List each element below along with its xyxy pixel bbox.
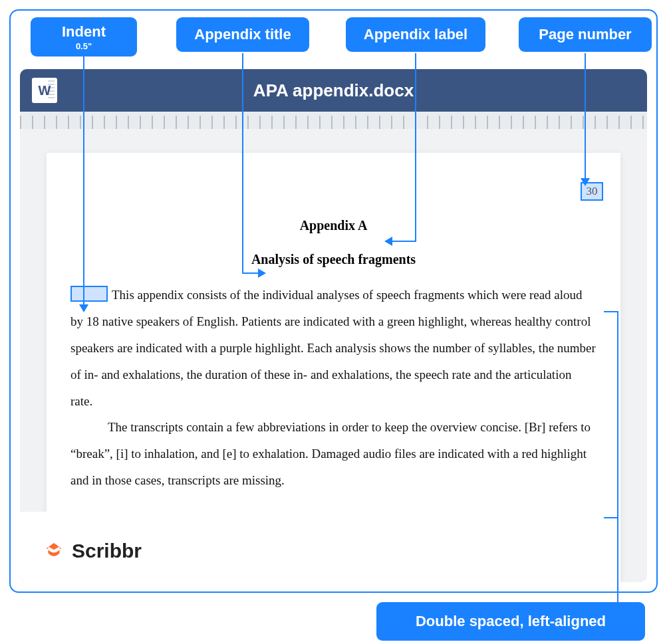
connector-indent: [83, 54, 84, 306]
appendix-body: This appendix consists of the individual…: [70, 282, 597, 494]
brand-name: Scribbr: [72, 540, 142, 562]
word-icon: W: [32, 78, 57, 103]
page-number: 30: [587, 185, 598, 198]
callout-spacing-text: Double spaced, left-aligned: [416, 613, 606, 629]
paragraph-2: The transcripts contain a few abbreviati…: [70, 414, 597, 494]
callout-spacing: Double spaced, left-aligned: [376, 602, 645, 641]
connector-title-v: [242, 53, 243, 274]
paragraph-1-text: This appendix consists of the individual…: [70, 288, 596, 408]
brand-badge: Scribbr: [20, 512, 226, 582]
connector-label-h: [392, 241, 416, 242]
word-icon-letter: W: [39, 83, 51, 98]
paper-background: 30 Appendix A Analysis of speech fragmen…: [20, 129, 647, 582]
callout-page-text: Page number: [539, 27, 631, 43]
callout-appendix-title: Appendix title: [176, 17, 309, 52]
callout-title-text: Appendix title: [194, 27, 291, 43]
callout-label-text: Appendix label: [364, 27, 467, 43]
arrow-label: [384, 237, 392, 246]
brand-logo: Scribbr: [43, 540, 142, 562]
scribbr-icon: [43, 540, 65, 562]
appendix-label: Appendix A: [70, 218, 597, 233]
callout-indent: Indent 0.5": [31, 17, 137, 56]
callout-appendix-label: Appendix label: [346, 17, 485, 52]
connector-label-v: [415, 53, 416, 242]
arrow-pagenum: [581, 178, 590, 186]
ruler: [20, 112, 647, 129]
indent-highlight: [70, 286, 108, 302]
connector-title-h: [242, 272, 259, 274]
word-filename: APA appendix.docx: [57, 80, 610, 101]
word-titlebar: W APA appendix.docx: [20, 69, 647, 112]
callout-page-number: Page number: [519, 17, 652, 52]
arrow-indent: [79, 304, 88, 312]
connector-pagenum: [585, 53, 586, 179]
callout-indent-sub: 0.5": [76, 42, 92, 51]
ruler-ticks: [20, 116, 647, 129]
paragraph-1: This appendix consists of the individual…: [70, 282, 597, 414]
connector-bottom-v: [617, 517, 618, 605]
bracket-vert: [617, 311, 618, 517]
callout-indent-label: Indent: [62, 24, 106, 40]
bracket-top: [604, 311, 617, 312]
appendix-title: Analysis of speech fragments: [70, 252, 597, 267]
bracket-bottom: [604, 517, 617, 518]
arrow-title: [258, 268, 266, 278]
